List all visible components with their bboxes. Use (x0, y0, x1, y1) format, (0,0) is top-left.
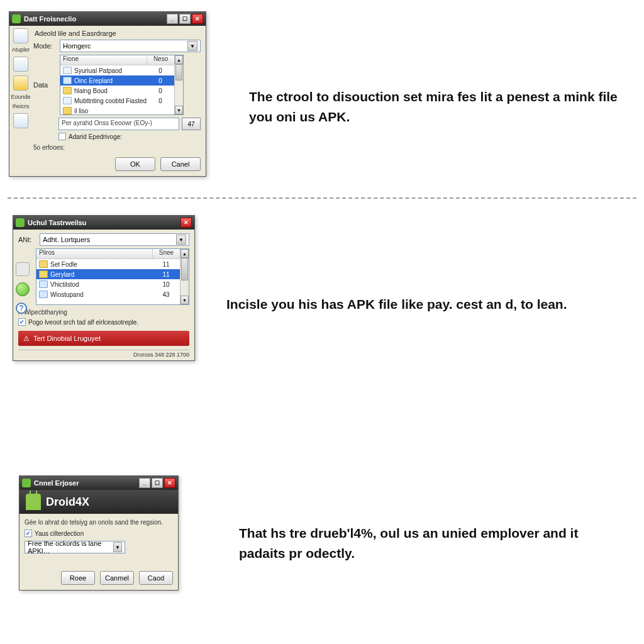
data-label: Data (33, 81, 56, 89)
scrollbar[interactable]: ▲ ▼ (180, 249, 189, 304)
layer-combo[interactable]: Adht. Lortquers ▼ (40, 233, 189, 246)
confirm-button[interactable]: Canmel (100, 571, 134, 585)
apk-combo[interactable]: Free the ockords is lane APKl… ▼ (25, 541, 125, 553)
scroll-thumb[interactable] (181, 258, 188, 280)
place-icon[interactable] (13, 75, 28, 91)
scroll-up-icon[interactable]: ▲ (180, 249, 189, 258)
item-value: 11 (152, 271, 180, 278)
file-icon (63, 97, 72, 104)
mode-label: Mode: (33, 42, 56, 50)
item-value: 0 (147, 77, 174, 84)
list-item[interactable]: hlaing Boud0 (60, 86, 174, 96)
list-item[interactable]: Syuriual Patpaod0 (60, 65, 174, 75)
checkbox-label: Yaus cilterdection (35, 530, 84, 537)
list-item[interactable]: Vhictilstod10 (36, 279, 180, 289)
close-button[interactable]: ✕ (180, 218, 192, 228)
close-button[interactable]: ✕ (192, 14, 203, 24)
close-button[interactable]: ✕ (164, 478, 175, 488)
scroll-up-icon[interactable]: ▲ (175, 55, 183, 64)
file-icon (39, 280, 48, 288)
chevron-down-icon[interactable]: ▼ (187, 41, 197, 51)
file-icon (63, 67, 72, 74)
col-size[interactable]: Neso (147, 55, 174, 65)
status-bar: Droross 348 228 1700 (18, 350, 189, 358)
filename-input[interactable]: Per ayrahd Onss Eeoowr (EOy-) (58, 118, 179, 130)
caption-1: The ctrool to disouction set mira fes li… (249, 87, 620, 126)
file-icon (39, 291, 48, 298)
scroll-down-icon[interactable]: ▼ (180, 296, 189, 304)
chevron-down-icon[interactable]: ▼ (176, 235, 186, 245)
window-file-dialog: Datt Froisneclio _ ☐ ✕ Atupler Eounde Ih… (9, 11, 206, 177)
mode-combo[interactable]: Homgerc ▼ (60, 40, 201, 52)
app-icon (16, 218, 25, 227)
sidebar-icon[interactable] (16, 262, 30, 276)
warning-icon: ⚠ (23, 335, 30, 343)
cancel-button[interactable]: Caod (139, 571, 173, 585)
item-name: il liso (74, 108, 147, 114)
browse-button[interactable]: Roee (61, 571, 95, 585)
dialog-header: Adeold lile and Easrdrarge (33, 30, 201, 37)
place-icon[interactable] (13, 57, 28, 72)
combo-value: Homgerc (63, 42, 91, 50)
list-item[interactable]: Mubttnting coobtd Fiasted0 (60, 96, 174, 106)
combo-value: Adht. Lortquers (43, 236, 90, 243)
combo-value: Free the ockords is lane APKl… (28, 540, 113, 555)
place-label: Eounde (11, 94, 30, 100)
col-size[interactable]: Snee (152, 249, 180, 258)
scrollbar[interactable]: ▲ ▼ (174, 55, 183, 114)
list-item[interactable]: Oinc Ereplard0 (60, 75, 174, 86)
col-name[interactable]: Fione (60, 55, 147, 65)
ok-button[interactable]: OK (115, 157, 155, 171)
checkbox[interactable]: ✔ (25, 530, 32, 537)
places-sidebar: Atupler Eounde Iheicrs (9, 26, 32, 176)
minimize-button[interactable]: _ (139, 478, 150, 488)
item-list[interactable]: Pliros Snee Set Fodle11Gerylard11Vhictil… (36, 248, 189, 305)
maximize-button[interactable]: ☐ (179, 14, 191, 24)
minimize-button[interactable]: _ (167, 14, 178, 24)
window-title: Cnnel Erjoser (34, 479, 79, 487)
place-icon[interactable] (13, 28, 28, 43)
checkbox[interactable]: ✔ (18, 318, 26, 326)
list-item[interactable]: Gerylard11 (36, 269, 180, 279)
item-value: 43 (152, 291, 180, 298)
list-item[interactable]: Wiostupand43 (36, 289, 180, 299)
scroll-down-icon[interactable]: ▼ (175, 106, 183, 114)
globe-icon[interactable] (16, 282, 30, 296)
titlebar[interactable]: Cnnel Erjoser _ ☐ ✕ (19, 476, 178, 490)
col-name[interactable]: Pliros (36, 249, 152, 258)
file-icon (63, 107, 72, 114)
brand-banner: Droid4X (19, 490, 178, 514)
file-list[interactable]: Fione Neso Syuriual Patpaod0Oinc Ereplar… (60, 55, 184, 115)
description-text: Gée lo ahrat do telsiyg an onols sand th… (25, 519, 173, 526)
window-task-dialog: Uchul Tastrweilsu ✕ ? ANt: Adht. Lortque… (13, 215, 195, 361)
danger-button[interactable]: ⚠ Tert Dinobial Lruguyet (18, 331, 189, 346)
item-name: Wiostupand (50, 291, 152, 298)
help-icon[interactable]: ? (16, 303, 27, 314)
place-icon[interactable] (13, 113, 28, 128)
cancel-button[interactable]: Canel (160, 157, 201, 171)
list-item[interactable]: il liso (60, 106, 174, 116)
maximize-button[interactable]: ☐ (152, 478, 163, 488)
danger-label: Tert Dinobial Lruguyet (33, 335, 101, 342)
file-icon (63, 77, 72, 84)
list-item[interactable]: Set Fodle11 (36, 259, 180, 269)
aux-button[interactable]: 47 (182, 118, 201, 130)
app-icon (22, 479, 31, 487)
scroll-thumb[interactable] (175, 64, 182, 80)
place-label: Atupler (12, 47, 30, 53)
section-label: A Wipecbtharying (18, 309, 189, 316)
file-icon (39, 260, 48, 268)
item-name: Set Fodle (50, 261, 152, 268)
checkbox[interactable] (58, 133, 66, 140)
window-title: Datt Froisneclio (24, 15, 76, 23)
caption-3: That hs tre drueb'l4%, oul us an unied e… (239, 523, 616, 563)
item-value: 10 (152, 281, 180, 288)
item-name: hlaing Boud (74, 87, 147, 94)
titlebar[interactable]: Uchul Tastrweilsu ✕ (13, 216, 194, 230)
item-name: Mubttnting coobtd Fiasted (74, 97, 147, 104)
chevron-down-icon[interactable]: ▼ (113, 542, 122, 552)
checkbox-label: Adarid Epedrivoge: (69, 133, 122, 140)
item-value: 11 (152, 261, 180, 268)
brand-name: Droid4X (46, 496, 89, 509)
titlebar[interactable]: Datt Froisneclio _ ☐ ✕ (9, 12, 206, 26)
